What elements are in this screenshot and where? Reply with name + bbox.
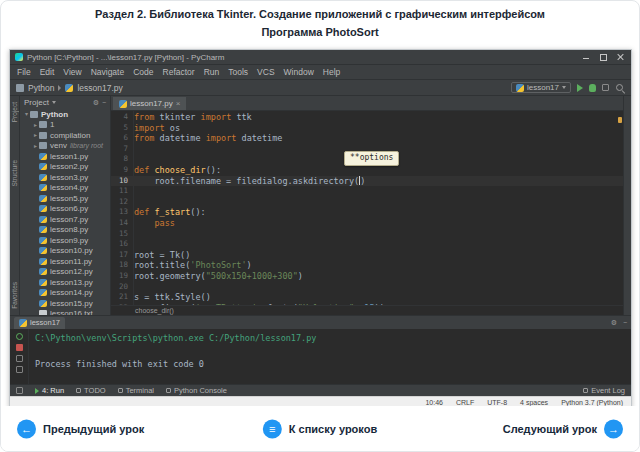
menu-file[interactable]: File [17, 67, 31, 77]
code-line-20[interactable]: 20 [111, 282, 623, 293]
python-file-icon [39, 300, 47, 307]
tree-item-lesson8-py[interactable]: lesson8.py [20, 225, 110, 236]
stop-icon[interactable] [16, 344, 23, 351]
debug-button[interactable] [589, 84, 596, 92]
chevron-down-icon [562, 86, 566, 89]
breadcrumb-project[interactable]: Python [28, 83, 54, 93]
expand-icon[interactable]: ▸ [32, 143, 39, 149]
expand-icon[interactable]: ▾ [23, 111, 30, 117]
code-editor[interactable]: 4from tkinter import ttk5import os6from … [111, 111, 623, 305]
toolwindow-favorites-label[interactable]: Favorites [11, 282, 18, 309]
status-python-3-7-python[interactable]: Python 3.7 (Python) [561, 399, 623, 406]
minimize-icon[interactable] [582, 53, 590, 61]
tree-item-venv[interactable]: ▸venvlibrary root [20, 141, 110, 152]
tree-item-lesson2-py[interactable]: lesson2.py [20, 162, 110, 173]
menu-window[interactable]: Window [284, 67, 314, 77]
tree-item-lesson14-py[interactable]: lesson14.py [20, 288, 110, 299]
previous-lesson-button[interactable]: ← Предыдущий урок [17, 419, 144, 438]
code-token: ttk [231, 112, 251, 122]
code-line-9[interactable]: 9def choose_dir(): [111, 165, 623, 176]
tree-item-lesson5-py[interactable]: lesson5.py [20, 193, 110, 204]
lesson-list-button[interactable]: ≡ К списку уроков [263, 419, 377, 438]
tab-lesson17[interactable]: lesson17.py × [113, 97, 186, 110]
toolwindow-button-terminal[interactable]: Terminal [118, 386, 154, 395]
code-line-17[interactable]: 17root = Tk() [111, 250, 623, 261]
menu-code[interactable]: Code [133, 67, 153, 77]
run-config-select[interactable]: lesson17 [511, 82, 571, 93]
tree-item-lesson12-py[interactable]: lesson12.py [20, 267, 110, 278]
status-10-46[interactable]: 10:46 [425, 399, 443, 406]
menu-navigate[interactable]: Navigate [91, 67, 125, 77]
close-icon[interactable] [616, 53, 624, 61]
close-icon[interactable]: × [176, 100, 181, 108]
window-titlebar[interactable]: Python [C:\Python] - ...\lesson17.py [Py… [10, 50, 631, 65]
menu-run[interactable]: Run [204, 67, 220, 77]
menu-edit[interactable]: Edit [40, 67, 55, 77]
run-tab[interactable]: lesson17 [14, 317, 65, 329]
code-line-15[interactable]: 15 [111, 229, 623, 240]
toolwindow-button-4-run[interactable]: 4: Run [35, 386, 64, 395]
toolwindow-button-python-console[interactable]: Python Console [166, 386, 227, 395]
next-lesson-button[interactable]: Следующий урок → [503, 419, 623, 438]
rerun-icon[interactable] [16, 333, 23, 340]
menu-view[interactable]: View [63, 67, 81, 77]
tree-item-lesson10-py[interactable]: lesson10.py [20, 246, 110, 257]
code-line-10[interactable]: 10 root.filename = filedialog.askdirecto… [111, 176, 623, 187]
run-toolbar-icon[interactable] [16, 355, 23, 362]
toolwindow-switcher-icon[interactable] [16, 387, 23, 394]
code-line-22[interactable]: 22s.configure('my.TButton', font=("Helve… [111, 303, 623, 305]
tree-item-python[interactable]: ▾Python [20, 109, 110, 120]
tree-item-compilation[interactable]: ▸compilation [20, 130, 110, 141]
toolwindow-button-todo[interactable]: TODO [76, 386, 106, 395]
menu-refactor[interactable]: Refactor [163, 67, 195, 77]
tree-item-1[interactable]: ▸1 [20, 120, 110, 131]
expand-icon[interactable]: ▸ [32, 122, 39, 128]
run-console[interactable]: C:\Python\venv\Scripts\python.exe C:/Pyt… [29, 329, 631, 384]
run-button[interactable] [577, 84, 583, 92]
menu-tools[interactable]: Tools [228, 67, 248, 77]
status-utf-8[interactable]: UTF-8 [487, 399, 507, 406]
search-icon[interactable] [615, 83, 625, 93]
expand-icon[interactable]: ▸ [32, 132, 39, 138]
tree-item-lesson15-py[interactable]: lesson15.py [20, 298, 110, 309]
code-line-16[interactable]: 16 [111, 239, 623, 250]
code-line-21[interactable]: 21s = ttk.Style() [111, 292, 623, 303]
code-line-19[interactable]: 19root.geometry("500x150+1000+300") [111, 271, 623, 282]
tree-item-lesson3-py[interactable]: lesson3.py [20, 172, 110, 183]
status-crlf[interactable]: CRLF [456, 399, 474, 406]
tree-item-lesson9-py[interactable]: lesson9.py [20, 235, 110, 246]
code-line-6[interactable]: 6from datetime import datetime [111, 133, 623, 144]
breadcrumb-file[interactable]: lesson17.py [77, 83, 122, 93]
gear-icon[interactable]: ⚙ [611, 319, 617, 326]
menu-vcs[interactable]: VCS [257, 67, 274, 77]
toolwindow-project-label[interactable]: Project [11, 102, 18, 122]
line-number: 19 [111, 271, 134, 282]
python-file-icon [516, 84, 524, 92]
coverage-icon[interactable] [602, 84, 609, 91]
run-toolbar-icon[interactable] [16, 366, 23, 373]
tree-item-lesson11-py[interactable]: lesson11.py [20, 256, 110, 267]
collapse-icon[interactable]: − [102, 99, 106, 106]
code-line-18[interactable]: 18root.title('PhotoSort') [111, 260, 623, 271]
collapse-icon[interactable]: − [623, 319, 627, 326]
toolwindow-structure-label[interactable]: Structure [11, 160, 18, 186]
breadcrumb-function[interactable]: choose_dir() [135, 307, 174, 314]
code-line-11[interactable]: 11 [111, 186, 623, 197]
tree-item-lesson6-py[interactable]: lesson6.py [20, 204, 110, 215]
tree-item-lesson7-py[interactable]: lesson7.py [20, 214, 110, 225]
python-file-icon [39, 289, 47, 296]
tree-item-lesson1-py[interactable]: lesson1.py [20, 151, 110, 162]
status-4-spaces[interactable]: 4 spaces [520, 399, 548, 406]
code-line-4[interactable]: 4from tkinter import ttk [111, 112, 623, 123]
tree-item-lesson13-py[interactable]: lesson13.py [20, 277, 110, 288]
event-log-button[interactable]: Event Log [583, 386, 625, 395]
project-panel-header[interactable]: Project ⚙ − [20, 96, 110, 109]
code-line-12[interactable]: 12 [111, 197, 623, 208]
tree-item-lesson4-py[interactable]: lesson4.py [20, 183, 110, 194]
code-line-13[interactable]: 13def f_start(): [111, 207, 623, 218]
menu-help[interactable]: Help [323, 67, 340, 77]
code-line-14[interactable]: 14 pass [111, 218, 623, 229]
maximize-icon[interactable] [599, 53, 607, 61]
code-line-5[interactable]: 5import os [111, 123, 623, 134]
gear-icon[interactable]: ⚙ [93, 99, 99, 106]
